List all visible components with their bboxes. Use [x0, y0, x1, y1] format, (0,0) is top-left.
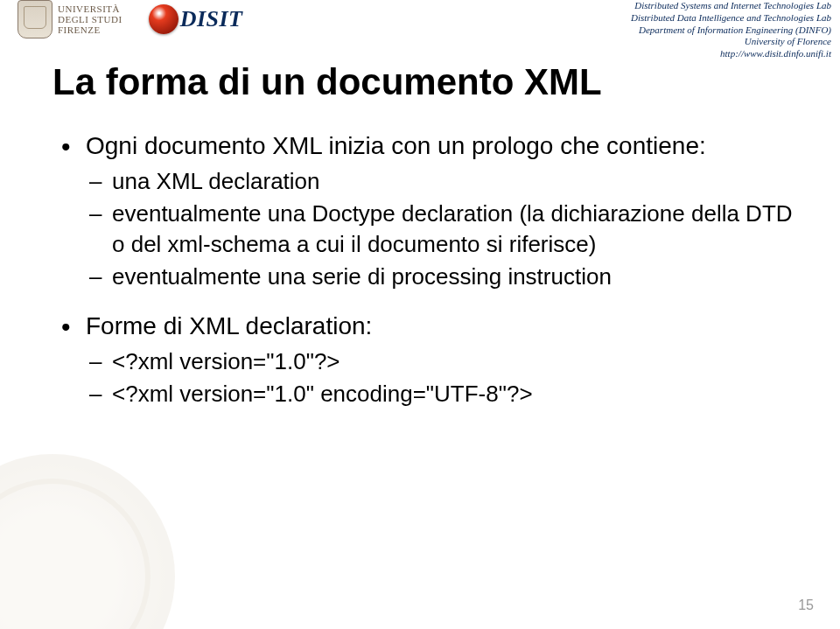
- watermark-seal: [0, 454, 175, 629]
- uni-line2: DEGLI STUDI: [58, 14, 122, 24]
- uni-line1: UNIVERSITÀ: [58, 3, 122, 14]
- slide-header: UNIVERSITÀ DEGLI STUDI FIRENZE DISIT Dis…: [0, 0, 840, 52]
- disit-logo: DISIT: [149, 4, 243, 34]
- header-logos-left: UNIVERSITÀ DEGLI STUDI FIRENZE DISIT: [18, 0, 243, 38]
- subbullet-xml-decl: una XML declaration: [86, 166, 796, 197]
- affil-line2: Distributed Data Intelligence and Techno…: [631, 12, 831, 24]
- header-affiliation: Distributed Systems and Internet Technol…: [631, 0, 831, 60]
- subbullet-pi: eventualmente una serie di processing in…: [86, 262, 796, 292]
- university-crest-icon: [18, 0, 52, 38]
- subbullet-doctype: eventualmente una Doctype declaration (l…: [86, 199, 796, 260]
- university-name: UNIVERSITÀ DEGLI STUDI FIRENZE: [58, 3, 122, 35]
- affil-line3: Department of Information Engineering (D…: [631, 24, 831, 37]
- subbullet-xml-v10: <?xml version="1.0"?>: [86, 346, 796, 377]
- disit-text: DISIT: [180, 6, 243, 32]
- bullet-prologo: Ogni documento XML inizia con un prologo…: [61, 129, 796, 292]
- subbullet-xml-v10-utf8: <?xml version="1.0" encoding="UTF-8"?>: [86, 379, 796, 409]
- affil-line4: University of Florence: [631, 36, 831, 48]
- bullet-forme: Forme di XML declaration: <?xml version=…: [61, 310, 796, 409]
- page-number: 15: [798, 598, 814, 613]
- university-logo: UNIVERSITÀ DEGLI STUDI FIRENZE: [18, 0, 122, 38]
- slide-title: La forma di un documento XML: [0, 52, 840, 121]
- bullet-prologo-text: Ogni documento XML inizia con un prologo…: [86, 132, 706, 159]
- disit-orb-icon: [149, 4, 178, 34]
- slide-content: Ogni documento XML inizia con un prologo…: [0, 121, 840, 409]
- affil-line1: Distributed Systems and Internet Technol…: [631, 0, 831, 12]
- bullet-forme-text: Forme di XML declaration:: [86, 312, 372, 339]
- uni-line3: FIRENZE: [58, 24, 122, 35]
- affil-line5: http://www.disit.dinfo.unifi.it: [631, 48, 831, 60]
